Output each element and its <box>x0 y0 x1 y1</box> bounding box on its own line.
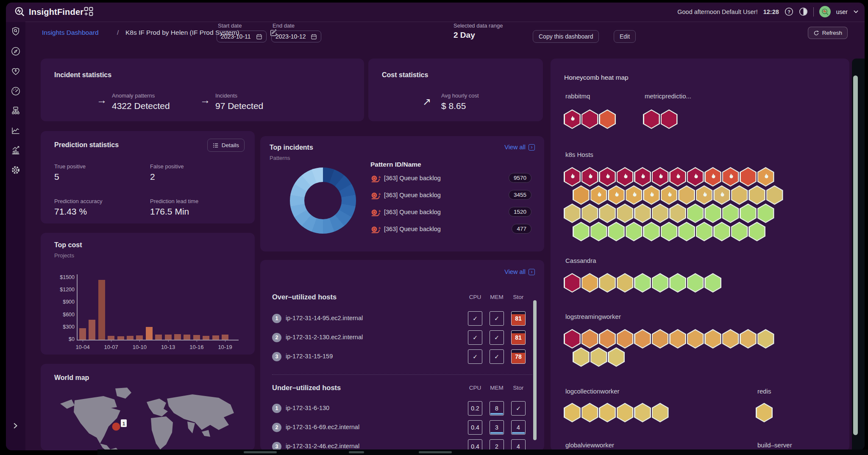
hexagon-tile[interactable] <box>599 403 616 422</box>
hexagon-tile[interactable] <box>590 347 607 367</box>
hexagon-tile[interactable] <box>669 329 686 349</box>
hexagon-tile[interactable] <box>608 347 625 367</box>
hexagon-tile[interactable] <box>731 185 748 205</box>
hexagon-tile[interactable] <box>599 273 616 293</box>
hexagon-tile[interactable] <box>704 204 721 223</box>
hexagon-tile[interactable] <box>634 167 651 187</box>
hexagon-tile[interactable] <box>748 185 765 205</box>
hexagon-tile[interactable] <box>740 204 757 223</box>
start-date-input[interactable]: 2023-10-11 <box>217 31 267 42</box>
sidebar-expand-icon[interactable] <box>12 422 19 429</box>
hexagon-tile[interactable] <box>722 204 739 223</box>
hexagon-tile[interactable] <box>756 403 773 422</box>
hexagon-tile[interactable] <box>687 273 704 293</box>
hexagon-tile[interactable] <box>617 329 634 349</box>
hexagon-tile[interactable] <box>581 403 598 422</box>
user-menu-label[interactable]: user <box>836 8 848 15</box>
hexagon-tile[interactable] <box>704 167 721 187</box>
hexagon-tile[interactable] <box>564 109 581 129</box>
incident-pattern-row[interactable]: [363] Queue backlog477 <box>370 223 535 236</box>
hexagon-tile[interactable] <box>608 185 625 205</box>
hexagon-tile[interactable] <box>643 185 660 205</box>
hexagon-tile[interactable] <box>573 347 590 367</box>
hexagon-tile[interactable] <box>564 329 581 349</box>
incident-pattern-row[interactable]: [363] Queue backlog9570 <box>370 173 535 185</box>
hexagon-tile[interactable] <box>652 329 669 349</box>
gauge-icon[interactable] <box>11 86 21 96</box>
hexagon-tile[interactable] <box>766 185 783 205</box>
hexagon-tile[interactable] <box>564 204 581 223</box>
hexagon-tile[interactable] <box>626 222 643 241</box>
host-row[interactable]: 1ip-172-31-6-1300.28✓ <box>260 401 544 416</box>
hexagon-tile[interactable] <box>581 109 598 129</box>
hexagon-tile[interactable] <box>634 273 651 293</box>
hexagon-tile[interactable] <box>687 167 704 187</box>
incident-pattern-row[interactable]: [363] Queue backlog1520 <box>370 207 535 219</box>
hexagon-tile[interactable] <box>757 204 774 223</box>
hexagon-tile[interactable] <box>634 329 651 349</box>
view-all-link[interactable]: View all › <box>504 268 535 275</box>
hexagon-tile[interactable] <box>757 329 774 349</box>
hexagon-tile[interactable] <box>581 204 598 223</box>
hexagon-tile[interactable] <box>722 329 739 349</box>
page-scrollbar-thumb[interactable] <box>853 75 858 435</box>
hexagon-tile[interactable] <box>599 204 616 223</box>
shield-search-icon[interactable] <box>11 26 21 36</box>
host-row[interactable]: 2ip-172-31-2-130.ec2.internal✓✓81 <box>260 330 544 345</box>
hexagon-tile[interactable] <box>564 273 581 293</box>
hexagon-tile[interactable] <box>704 329 721 349</box>
breadcrumb-root-link[interactable]: Insights Dashboard <box>42 29 99 36</box>
chevron-down-icon[interactable] <box>853 9 859 14</box>
hexagon-tile[interactable] <box>722 167 739 187</box>
insightfinder-logo[interactable]: InsightFinder <box>14 6 83 17</box>
hexagon-tile[interactable] <box>687 329 704 349</box>
hexagon-tile[interactable] <box>581 273 598 293</box>
hexagon-tile[interactable] <box>652 167 669 187</box>
map-marker-dot[interactable] <box>112 423 120 431</box>
hexagon-tile[interactable] <box>617 403 634 422</box>
end-date-input[interactable]: 2023-10-12 <box>271 31 321 42</box>
hexagon-tile[interactable] <box>617 204 634 223</box>
health-heart-icon[interactable] <box>11 66 21 76</box>
hexagon-tile[interactable] <box>634 204 651 223</box>
hexagon-tile[interactable] <box>590 222 607 241</box>
hexagon-tile[interactable] <box>599 167 616 187</box>
apps-grid-icon[interactable] <box>84 7 93 16</box>
line-chart-icon[interactable] <box>11 126 21 136</box>
host-row[interactable]: 3ip-172-31-2-46.ec2.internal0.424 <box>260 439 544 450</box>
details-button[interactable]: Details <box>207 139 245 152</box>
hexagon-tile[interactable] <box>581 167 598 187</box>
hexagon-tile[interactable] <box>704 273 721 293</box>
topology-icon[interactable] <box>11 106 21 116</box>
hexagon-tile[interactable] <box>748 222 765 241</box>
hexagon-tile[interactable] <box>661 222 678 241</box>
hexagon-tile[interactable] <box>669 273 686 293</box>
hexagon-tile[interactable] <box>669 167 686 187</box>
avatar[interactable] <box>819 6 831 17</box>
hexagon-tile[interactable] <box>652 273 669 293</box>
hexagon-tile[interactable] <box>687 204 704 223</box>
hexagon-tile[interactable] <box>581 329 598 349</box>
hexagon-tile[interactable] <box>599 329 616 349</box>
theme-contrast-icon[interactable] <box>799 7 808 16</box>
hexagon-tile[interactable] <box>643 109 660 129</box>
host-row[interactable]: 3ip-172-31-15-159✓✓78 <box>260 349 544 364</box>
hexagon-tile[interactable] <box>669 204 686 223</box>
view-all-link[interactable]: View all › <box>504 144 535 151</box>
host-row[interactable]: 1ip-172-31-14-95.ec2.internal✓✓81 <box>260 311 544 326</box>
hexagon-tile[interactable] <box>626 185 643 205</box>
hexagon-tile[interactable] <box>731 222 748 241</box>
edit-dashboard-button[interactable]: Edit <box>614 30 636 43</box>
hexagon-tile[interactable] <box>608 222 625 241</box>
copy-dashboard-button[interactable]: Copy this dashboard <box>533 30 599 43</box>
hexagon-tile[interactable] <box>696 222 713 241</box>
hexagon-tile[interactable] <box>564 403 581 422</box>
hexagon-tile[interactable] <box>740 167 757 187</box>
incident-pattern-row[interactable]: [363] Queue backlog3455 <box>370 190 535 202</box>
hexagon-tile[interactable] <box>617 167 634 187</box>
hexagon-tile[interactable] <box>661 185 678 205</box>
host-row[interactable]: 2ip-172-31-6-69.ec2.internal0.434 <box>260 420 544 435</box>
hexagon-tile[interactable] <box>643 222 660 241</box>
hexagon-tile[interactable] <box>590 185 607 205</box>
hexagon-tile[interactable] <box>573 185 590 205</box>
